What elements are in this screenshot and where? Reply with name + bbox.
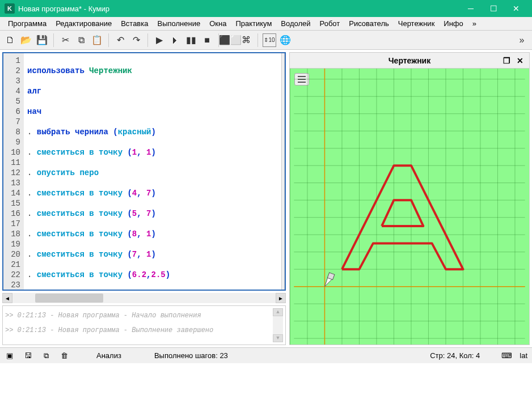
output-console[interactable]: >> 0:21:13 - Новая программа - Начало вы… — [2, 305, 286, 345]
undo-icon[interactable]: ↶ — [113, 33, 127, 47]
copy-icon[interactable]: ⧉ — [74, 33, 88, 47]
window-title: Новая программа* - Кумир — [18, 5, 459, 13]
tool-c-icon[interactable]: ⇕10 — [263, 33, 276, 47]
new-file-icon[interactable]: 🗋 — [3, 33, 17, 47]
title-bar: K Новая программа* - Кумир ─ ☐ ✕ — [0, 0, 532, 17]
menu-more[interactable]: » — [468, 18, 481, 29]
menu-windows[interactable]: Окна — [205, 18, 231, 29]
status-save-icon[interactable]: 🖫 — [23, 351, 33, 361]
tool-a-icon[interactable]: ⬛⬜ — [223, 33, 237, 47]
code-editor[interactable]: 1234567891011121314151617181920212223242… — [2, 52, 286, 291]
svg-rect-39 — [327, 273, 335, 280]
drafter-title: Чертежник — [389, 56, 430, 65]
status-keyboard-icon[interactable]: ⌨ — [501, 351, 512, 361]
drafter-panel: Чертежник ❐ ✕ — [289, 52, 530, 345]
redo-icon[interactable]: ↷ — [129, 33, 143, 47]
scroll-left-icon[interactable]: ◄ — [2, 293, 12, 303]
scroll-thumb[interactable] — [35, 294, 103, 303]
menu-bar: Программа Редактирование Вставка Выполне… — [0, 17, 532, 31]
drawing-svg — [290, 69, 529, 345]
status-analysis[interactable]: Анализ — [96, 351, 121, 360]
step-icon[interactable]: ⏵ — [168, 33, 182, 47]
menu-edit[interactable]: Редактирование — [51, 18, 116, 29]
menu-execute[interactable]: Выполнение — [153, 18, 205, 29]
main-area: 1234567891011121314151617181920212223242… — [0, 50, 532, 347]
menu-practicum[interactable]: Практикум — [231, 18, 276, 29]
tool-b-icon[interactable]: ⌘ — [239, 33, 253, 47]
close-button[interactable]: ✕ — [505, 0, 527, 17]
cut-icon[interactable]: ✂ — [58, 33, 72, 47]
separator — [147, 33, 148, 47]
scroll-down-icon[interactable]: ▼ — [273, 334, 283, 342]
console-line: >> 0:21:13 - Новая программа - Начало вы… — [5, 308, 273, 323]
menu-robot[interactable]: Робот — [315, 18, 345, 29]
status-icon-a[interactable]: ▣ — [5, 351, 15, 361]
status-cursor-pos: Стр: 24, Кол: 4 — [430, 351, 480, 360]
tool-d-icon[interactable]: 🌐 — [278, 33, 292, 47]
menu-vodoley[interactable]: Водолей — [276, 18, 315, 29]
toolbar: 🗋 📂 💾 ✂ ⧉ 📋 ↶ ↷ ▶ ⏵ ▮▮ ■ ⬛⬜ ⌘ ⇕10 🌐 » — [0, 31, 532, 50]
line-number-gutter: 1234567891011121314151617181920212223242… — [3, 53, 24, 290]
stop-icon[interactable]: ■ — [200, 33, 214, 47]
separator — [53, 33, 54, 47]
left-column: 1234567891011121314151617181920212223242… — [2, 52, 286, 345]
menu-insert[interactable]: Вставка — [116, 18, 153, 29]
status-icon-d[interactable]: 🗑 — [59, 351, 69, 361]
status-bar: ▣ 🖫 ⧉ 🗑 Анализ Выполнено шагов: 23 Стр: … — [0, 347, 532, 363]
pause-icon[interactable]: ▮▮ — [184, 33, 198, 47]
canvas-menu-icon[interactable] — [294, 73, 309, 86]
console-line: >> 0:21:13 - Новая программа - Выполнени… — [5, 323, 273, 338]
scroll-right-icon[interactable]: ► — [276, 293, 286, 303]
separator — [257, 33, 258, 47]
status-steps: Выполнено шагов: 23 — [154, 351, 228, 360]
menu-info[interactable]: Инфо — [439, 18, 467, 29]
run-icon[interactable]: ▶ — [153, 33, 166, 47]
paste-icon[interactable]: 📋 — [90, 33, 104, 47]
drafter-canvas[interactable] — [290, 69, 529, 345]
separator — [108, 33, 109, 47]
svg-marker-38 — [324, 277, 332, 287]
maximize-panel-icon[interactable]: ❐ — [501, 55, 512, 66]
drafter-header: Чертежник ❐ ✕ — [290, 53, 529, 69]
close-panel-icon[interactable]: ✕ — [514, 55, 526, 66]
menu-program[interactable]: Программа — [3, 18, 51, 29]
menu-drawer[interactable]: Рисователь — [344, 18, 393, 29]
save-file-icon[interactable]: 💾 — [35, 33, 49, 47]
maximize-button[interactable]: ☐ — [482, 0, 505, 17]
editor-hscrollbar[interactable]: ◄ ► — [2, 293, 286, 303]
status-icon-c[interactable]: ⧉ — [41, 351, 51, 361]
open-file-icon[interactable]: 📂 — [19, 33, 33, 47]
code-text[interactable]: использовать Чертежник алг нач . выбрать… — [24, 53, 281, 290]
status-lang[interactable]: lat — [520, 351, 527, 360]
scroll-up-icon[interactable]: ▲ — [273, 308, 283, 316]
app-logo-icon: K — [5, 3, 15, 14]
toolbar-more-icon[interactable]: » — [515, 33, 529, 47]
console-vscrollbar[interactable]: ▲ ▼ — [273, 308, 283, 342]
editor-splitter[interactable] — [281, 53, 285, 290]
minimize-button[interactable]: ─ — [459, 0, 482, 17]
menu-drafter[interactable]: Чертежник — [394, 18, 440, 29]
